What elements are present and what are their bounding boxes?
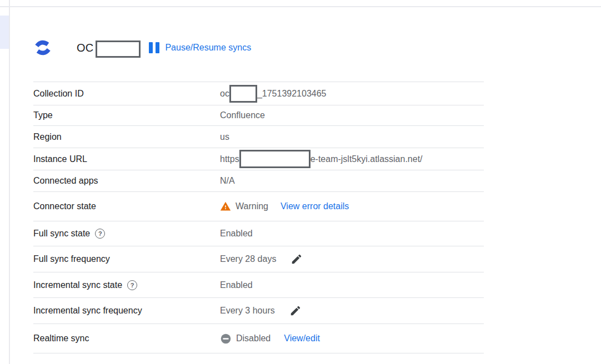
edit-full-sync-frequency-button[interactable] (291, 253, 303, 265)
row-value-text: N/A (220, 176, 235, 186)
table-row: Full sync frequencyEvery 28 days (33, 246, 484, 272)
row-value: N/A (220, 176, 235, 186)
table-row: Full sync state?Enabled (33, 221, 484, 246)
row-value-text: Enabled (220, 229, 253, 239)
row-label-text: Full sync frequency (33, 254, 110, 264)
row-label: Full sync frequency (33, 254, 220, 264)
row-label-text: Incremental sync frequency (33, 306, 142, 316)
page-title: OC (77, 42, 93, 54)
row-value-text: Every 3 hours (220, 306, 275, 316)
sidebar-selected-item-edge (0, 16, 9, 49)
row-value-text: oc (220, 89, 229, 99)
row-label-text: Type (33, 110, 53, 120)
table-row: Incremental sync frequencyEvery 3 hours (33, 297, 484, 323)
row-label-text: Collection ID (33, 89, 84, 99)
row-label-text: Connected apps (33, 176, 98, 186)
row-value-text: e-team-jslt5kyi.atlassian.net/ (310, 154, 423, 164)
row-label: Incremental sync state? (33, 280, 220, 290)
details-table: Collection IDoc_1751392103465TypeConflue… (33, 82, 484, 353)
row-value-text: _1751392103465 (257, 89, 327, 99)
row-value-text: us (220, 132, 229, 142)
disabled-icon (220, 333, 232, 345)
table-row: Connector stateWarningView error details (33, 191, 484, 221)
page-header: OC Pause/Resume syncs (34, 37, 251, 59)
row-value: httpse-team-jslt5kyi.atlassian.net/ (220, 150, 423, 168)
view-edit-realtime-sync-link[interactable]: View/edit (284, 333, 320, 343)
row-value-text: Warning (236, 201, 268, 211)
redaction-box (239, 150, 310, 168)
row-value-text: https (220, 154, 239, 164)
help-icon[interactable]: ? (127, 280, 137, 290)
row-label: Instance URL (33, 154, 220, 164)
top-divider (0, 6, 601, 7)
pause-resume-syncs-label: Pause/Resume syncs (165, 43, 251, 53)
row-value: Enabled (220, 280, 253, 290)
row-value: Every 28 days (220, 253, 303, 265)
pause-icon (149, 42, 159, 53)
table-row: Instance URLhttpse-team-jslt5kyi.atlassi… (33, 148, 484, 170)
row-value: Confluence (220, 110, 265, 120)
table-row: Incremental sync state?Enabled (33, 272, 484, 297)
row-value-text: Every 28 days (220, 254, 276, 264)
pause-resume-syncs-button[interactable]: Pause/Resume syncs (149, 42, 251, 53)
row-value: Enabled (220, 229, 253, 239)
table-row: Collection IDoc_1751392103465 (33, 82, 484, 105)
redaction-box (229, 85, 257, 103)
row-label: Collection ID (33, 89, 220, 99)
help-icon[interactable]: ? (95, 229, 105, 239)
table-row: Realtime syncDisabledView/edit (33, 323, 484, 353)
row-value: us (220, 132, 229, 142)
row-label: Region (33, 132, 220, 142)
row-label-text: Realtime sync (33, 333, 89, 343)
row-label-text: Instance URL (33, 154, 87, 164)
row-value: DisabledView/edit (220, 333, 320, 345)
row-label: Connected apps (33, 176, 220, 186)
table-row: TypeConfluence (33, 105, 484, 125)
table-row: Connected appsN/A (33, 170, 484, 191)
row-label-text: Full sync state (33, 229, 90, 239)
row-label-text: Incremental sync state (33, 280, 122, 290)
row-label: Incremental sync frequency (33, 306, 220, 316)
table-row: Regionus (33, 125, 484, 148)
view-error-details-link[interactable]: View error details (281, 201, 349, 211)
row-value: WarningView error details (220, 201, 349, 212)
row-label: Type (33, 110, 220, 120)
row-label: Connector state (33, 201, 220, 211)
row-value: oc_1751392103465 (220, 85, 326, 103)
edit-incremental-sync-frequency-button[interactable] (289, 305, 302, 317)
content-divider (9, 0, 10, 364)
row-value: Every 3 hours (220, 305, 302, 317)
warning-icon (220, 201, 231, 212)
confluence-logo-icon (34, 39, 51, 56)
redaction-box (96, 41, 141, 58)
row-label-text: Connector state (33, 201, 96, 211)
row-label-text: Region (33, 132, 62, 142)
row-label: Realtime sync (33, 333, 220, 343)
row-value-text: Disabled (236, 333, 271, 343)
row-label: Full sync state? (33, 229, 220, 239)
row-value-text: Confluence (220, 110, 265, 120)
row-value-text: Enabled (220, 280, 253, 290)
